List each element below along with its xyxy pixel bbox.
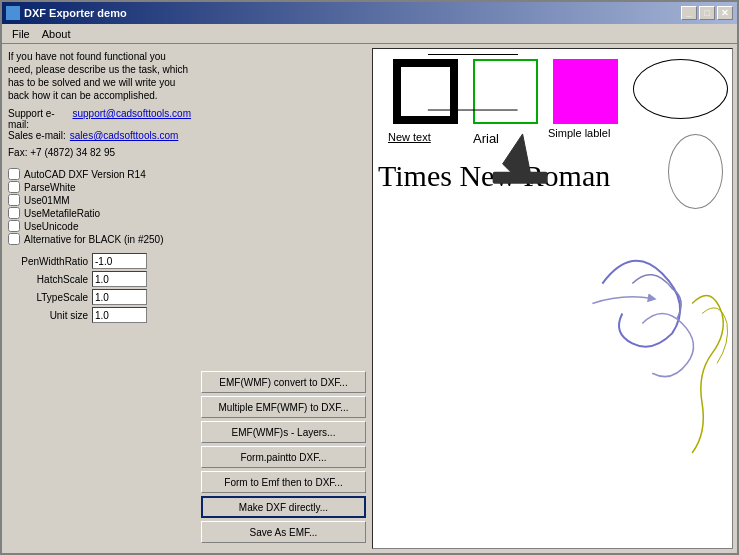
main-window: DXF Exporter demo _ □ ✕ File About If yo… <box>0 0 739 555</box>
unitsize-input[interactable] <box>92 307 147 323</box>
arial-label: Arial <box>473 131 499 146</box>
checkbox-group: AutoCAD DXF Version R14 ParseWhite Use01… <box>8 168 191 245</box>
save-emf-button[interactable]: Save As EMF... <box>201 521 366 543</box>
times-roman-label: Times New Roman <box>378 159 610 193</box>
small-oval <box>668 134 723 209</box>
field-row-penwidth: PenWidthRatio <box>8 253 191 269</box>
checkbox-item-1: ParseWhite <box>8 181 191 193</box>
close-button[interactable]: ✕ <box>717 6 733 20</box>
checkbox-autocad[interactable] <box>8 168 20 180</box>
menu-file[interactable]: File <box>6 26 36 42</box>
simple-label: Simple lablel <box>548 127 610 139</box>
checkbox-useunicode[interactable] <box>8 220 20 232</box>
content-area: If you have not found functional you nee… <box>2 44 737 553</box>
toolbar-line <box>428 54 518 55</box>
checkbox-item-5: Alternative for BLACK (in #250) <box>8 233 191 245</box>
hatchscale-input[interactable] <box>92 271 147 287</box>
multi-emf-button[interactable]: Multiple EMF(WMF) to DXF... <box>201 396 366 418</box>
penwidth-label: PenWidthRatio <box>8 256 88 267</box>
fax-info: Fax: +7 (4872) 34 82 95 <box>8 147 191 158</box>
support-label: Support e-mail: <box>8 108 68 130</box>
form-paintto-button[interactable]: Form.paintto DXF... <box>201 446 366 468</box>
green-rectangle <box>473 59 538 124</box>
magenta-rectangle <box>553 59 618 124</box>
checkbox-parsewhite[interactable] <box>8 181 20 193</box>
emf-layers-button[interactable]: EMF(WMF)s - Layers... <box>201 421 366 443</box>
contact-info: Support e-mail: support@cadsofttools.com… <box>8 108 191 141</box>
support-row: Support e-mail: support@cadsofttools.com <box>8 108 191 130</box>
penwidth-input[interactable] <box>92 253 147 269</box>
black-rectangle <box>393 59 458 124</box>
checkbox-use01mm[interactable] <box>8 194 20 206</box>
canvas-panel: New text Arial Simple lablel Times New R… <box>372 48 733 549</box>
title-bar: DXF Exporter demo _ □ ✕ <box>2 2 737 24</box>
checkbox-item-2: Use01MM <box>8 194 191 206</box>
large-oval <box>633 59 728 119</box>
left-panel: If you have not found functional you nee… <box>2 44 197 553</box>
maximize-button[interactable]: □ <box>699 6 715 20</box>
checkbox-usemetafile-label: UseMetafileRatio <box>24 208 100 219</box>
checkbox-use01mm-label: Use01MM <box>24 195 70 206</box>
checkbox-item-3: UseMetafileRatio <box>8 207 191 219</box>
title-bar-buttons: _ □ ✕ <box>681 6 733 20</box>
checkbox-parsewhite-label: ParseWhite <box>24 182 76 193</box>
field-row-hatchscale: HatchScale <box>8 271 191 287</box>
info-description: If you have not found functional you nee… <box>8 50 191 102</box>
checkbox-altblack[interactable] <box>8 233 20 245</box>
ltypescale-input[interactable] <box>92 289 147 305</box>
checkbox-item-0: AutoCAD DXF Version R14 <box>8 168 191 180</box>
support-email-link[interactable]: support@cadsofttools.com <box>72 108 191 130</box>
field-row-unitsize: Unit size <box>8 307 191 323</box>
checkbox-useunicode-label: UseUnicode <box>24 221 78 232</box>
sales-email-link[interactable]: sales@cadsofttools.com <box>70 130 179 141</box>
form-emf-button[interactable]: Form to Emf then to DXF... <box>201 471 366 493</box>
menu-bar: File About <box>2 24 737 44</box>
field-row-ltypescale: LTypeScale <box>8 289 191 305</box>
ltypescale-label: LTypeScale <box>8 292 88 303</box>
field-group: PenWidthRatio HatchScale LTypeScale Unit… <box>8 253 191 323</box>
checkbox-altblack-label: Alternative for BLACK (in #250) <box>24 234 164 245</box>
minimize-button[interactable]: _ <box>681 6 697 20</box>
app-icon <box>6 6 20 20</box>
checkbox-autocad-label: AutoCAD DXF Version R14 <box>24 169 146 180</box>
title-bar-text: DXF Exporter demo <box>6 6 127 20</box>
sales-label: Sales e-mail: <box>8 130 66 141</box>
checkbox-item-4: UseUnicode <box>8 220 191 232</box>
make-dxf-button[interactable]: Make DXF directly... <box>201 496 366 518</box>
middle-panel: EMF(WMF) convert to DXF... Multiple EMF(… <box>197 44 372 553</box>
menu-about[interactable]: About <box>36 26 77 42</box>
checkbox-usemetafile[interactable] <box>8 207 20 219</box>
window-title: DXF Exporter demo <box>24 7 127 19</box>
sales-row: Sales e-mail: sales@cadsofttools.com <box>8 130 191 141</box>
new-text-label: New text <box>388 131 431 143</box>
unitsize-label: Unit size <box>8 310 88 321</box>
emf-convert-button[interactable]: EMF(WMF) convert to DXF... <box>201 371 366 393</box>
hatchscale-label: HatchScale <box>8 274 88 285</box>
